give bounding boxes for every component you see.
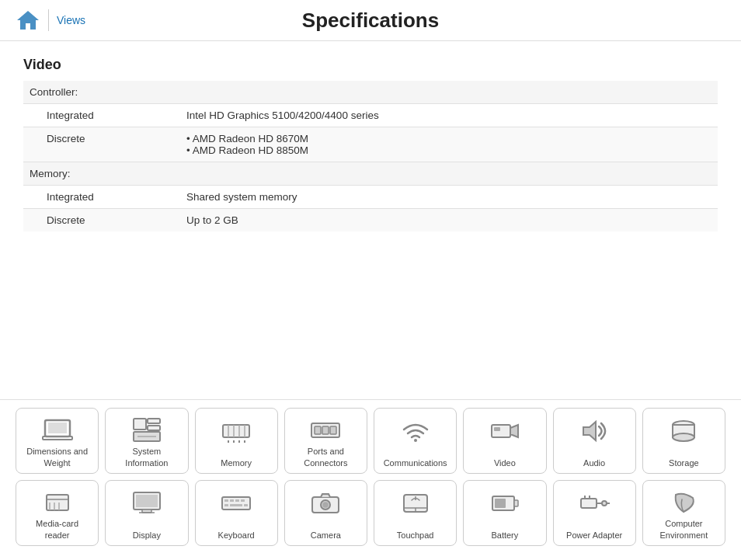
svg-rect-4 <box>134 419 146 430</box>
svg-rect-45 <box>230 504 242 506</box>
label-integrated-controller: Integrated <box>23 104 179 127</box>
nav-label-keyboard: Keyboard <box>218 530 255 541</box>
label-discrete-memory: Discrete <box>23 209 179 232</box>
svg-point-59 <box>602 501 607 506</box>
svg-rect-57 <box>581 499 597 508</box>
nav-item-computer-env[interactable]: ComputerEnvironment <box>642 480 725 546</box>
nav-item-keyboard[interactable]: Keyboard <box>195 480 278 546</box>
battery-icon <box>489 487 521 520</box>
nav-label-battery: Battery <box>491 530 518 541</box>
main-content: Video Controller: Integrated Intel HD Gr… <box>0 41 741 247</box>
leaf-icon <box>667 487 700 518</box>
audio-icon <box>578 415 611 447</box>
value-integrated-memory: Shared system memory <box>179 186 718 209</box>
header-nav: Views <box>16 8 85 33</box>
nav-divider <box>48 9 49 31</box>
storage-icon <box>667 415 700 447</box>
svg-marker-26 <box>583 422 596 440</box>
svg-rect-55 <box>514 500 518 506</box>
bottom-nav: Dimensions andWeight SystemInformation <box>0 399 741 560</box>
nav-label-computer-env: ComputerEnvironment <box>659 518 708 541</box>
nav-label-media-card: Media-cardreader <box>36 518 78 541</box>
svg-rect-46 <box>244 504 248 506</box>
svg-point-49 <box>323 503 328 507</box>
nav-label-video: Video <box>494 457 516 468</box>
table-row: Integrated Intel HD Graphics 5100/4200/4… <box>23 104 718 127</box>
row-header-controller: Controller: <box>23 81 718 104</box>
svg-rect-44 <box>224 504 228 506</box>
views-link[interactable]: Views <box>57 14 85 26</box>
nav-item-media-card[interactable]: Media-cardreader <box>16 480 99 546</box>
nav-label-dimensions: Dimensions andWeight <box>26 446 88 468</box>
svg-rect-36 <box>136 495 158 507</box>
nav-item-dimensions[interactable]: Dimensions andWeight <box>16 408 99 474</box>
keyboard-icon <box>220 487 252 520</box>
nav-item-ports[interactable]: Ports andConnectors <box>284 408 367 474</box>
nav-label-power-adapter: Power Adapter <box>566 530 622 541</box>
svg-rect-56 <box>495 499 506 508</box>
nav-item-display[interactable]: Display <box>105 480 188 546</box>
video-icon <box>489 415 521 447</box>
nav-label-audio: Audio <box>583 457 605 468</box>
spec-table: Controller: Integrated Intel HD Graphics… <box>23 81 718 231</box>
camera-icon <box>309 487 342 520</box>
nav-item-storage[interactable]: Storage <box>642 408 725 474</box>
svg-rect-42 <box>235 499 239 502</box>
home-icon[interactable] <box>16 8 40 33</box>
nav-item-audio[interactable]: Audio <box>553 408 636 474</box>
laptop-icon <box>41 415 74 446</box>
table-row: Controller: <box>23 81 718 104</box>
svg-rect-41 <box>230 499 234 502</box>
svg-rect-39 <box>222 497 250 510</box>
nav-item-power-adapter[interactable]: Power Adapter <box>553 480 636 546</box>
table-row: Discrete AMD Radeon HD 8670M AMD Radeon … <box>23 127 718 162</box>
mediacard-icon <box>41 487 74 518</box>
nav-label-communications: Communications <box>384 457 447 468</box>
nav-item-battery[interactable]: Battery <box>463 480 546 546</box>
svg-rect-21 <box>330 426 336 434</box>
nav-label-system-info: SystemInformation <box>125 446 168 468</box>
svg-rect-20 <box>322 426 329 434</box>
nav-label-ports: Ports andConnectors <box>304 446 347 468</box>
sysinfo-icon <box>130 415 163 446</box>
svg-rect-25 <box>494 427 500 431</box>
nav-label-memory: Memory <box>221 457 252 468</box>
nav-row-2: Media-cardreader Display <box>16 480 725 546</box>
svg-point-22 <box>414 439 417 442</box>
video-section-title: Video <box>23 57 718 73</box>
svg-rect-23 <box>492 425 510 437</box>
page-title: Specifications <box>302 9 439 33</box>
svg-rect-40 <box>224 499 228 502</box>
label-discrete-controller: Discrete <box>23 127 179 162</box>
svg-rect-19 <box>315 426 321 434</box>
nav-row-1: Dimensions andWeight SystemInformation <box>16 408 725 474</box>
nav-label-camera: Camera <box>311 530 341 541</box>
svg-rect-5 <box>148 419 160 423</box>
nav-item-camera[interactable]: Camera <box>284 480 367 546</box>
nav-label-touchpad: Touchpad <box>397 530 434 541</box>
touchpad-icon <box>399 487 432 520</box>
wifi-icon <box>399 415 432 447</box>
value-discrete-controller: AMD Radeon HD 8670M AMD Radeon HD 8850M <box>179 127 718 162</box>
svg-rect-6 <box>148 426 160 430</box>
memory-icon <box>220 415 252 447</box>
nav-item-system-info[interactable]: SystemInformation <box>105 408 188 474</box>
nav-item-memory[interactable]: Memory <box>195 408 278 474</box>
ports-icon <box>309 415 342 446</box>
svg-marker-24 <box>510 425 518 437</box>
nav-item-touchpad[interactable]: Touchpad <box>374 480 457 546</box>
display-icon <box>130 487 163 520</box>
nav-item-communications[interactable]: Communications <box>374 408 457 474</box>
header: Views Specifications <box>0 0 741 41</box>
value-discrete-memory: Up to 2 GB <box>179 209 718 232</box>
svg-marker-0 <box>17 11 39 30</box>
nav-item-video[interactable]: Video <box>463 408 546 474</box>
nav-label-display: Display <box>133 530 161 541</box>
table-row: Integrated Shared system memory <box>23 186 718 209</box>
nav-label-storage: Storage <box>669 457 699 468</box>
table-row: Discrete Up to 2 GB <box>23 209 718 232</box>
svg-rect-43 <box>241 499 245 502</box>
value-integrated-controller: Intel HD Graphics 5100/4200/4400 series <box>179 104 718 127</box>
poweradapter-icon <box>578 487 611 520</box>
svg-rect-3 <box>43 437 72 440</box>
